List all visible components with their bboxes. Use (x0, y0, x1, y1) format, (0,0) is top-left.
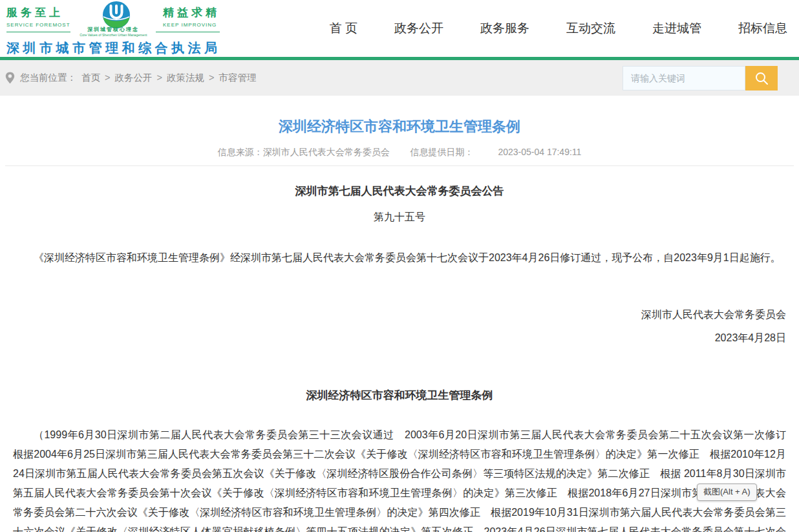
slogan-right: 精益求精 KEEP IMPROVING (163, 0, 220, 28)
breadcrumb: 您当前位置： 首页>政务公开>政策法规>市容管理> (5, 72, 256, 84)
breadcrumb-item: 政策法规> (167, 72, 218, 84)
search-icon (754, 71, 769, 85)
slogan-right-en: KEEP IMPROVING (163, 22, 220, 28)
breadcrumb-item: 市容管理> (218, 72, 256, 84)
breadcrumb-separator: > (209, 72, 214, 83)
site-brand: 服务至上 SERVICE FOREMOST 精益求精 KEEP IMPROVIN… (6, 0, 220, 57)
announcement-paragraph: 《深圳经济特区市容和环境卫生管理条例》经深圳市第七届人民代表大会常务委员会第十七… (13, 248, 786, 268)
breadcrumb-prefix: 您当前位置： (20, 72, 76, 84)
breadcrumb-separator: > (105, 72, 110, 83)
nav-item[interactable]: 走进城管 (652, 20, 701, 37)
nav-item[interactable]: 政务公开 (394, 20, 443, 37)
breadcrumb-bar: 您当前位置： 首页>政务公开>政策法规>市容管理> (0, 60, 799, 96)
breadcrumb-link[interactable]: 政策法规 (167, 72, 204, 83)
slogan-left-cn: 服务至上 (6, 5, 70, 20)
screenshot-tooltip: 截图(Alt + A) (697, 484, 757, 501)
nav-item[interactable]: 互动交流 (566, 20, 615, 37)
revision-history-paragraph: （1999年6月30日深圳市第二届人民代表大会常务委员会第三十三次会议通过 20… (13, 425, 786, 532)
nav-item[interactable]: 政务服务 (480, 20, 529, 37)
main-nav: 首 页政务公开政务服务互动交流走进城管招标信息 (330, 20, 790, 37)
search-input[interactable] (623, 66, 745, 90)
nav-item[interactable]: 招标信息 (738, 20, 787, 37)
source-value: 深圳市人民代表大会常务委员会 (263, 147, 390, 157)
meta-divider (5, 165, 794, 166)
article-meta: 信息来源：深圳市人民代表大会常务委员会 信息提供日期： 2023-05-04 1… (13, 147, 786, 158)
slogan-left-en: SERVICE FOREMOST (6, 22, 70, 28)
signature-org: 深圳市人民代表大会常务委员会 (13, 308, 786, 322)
breadcrumb-link[interactable]: 政务公开 (114, 72, 152, 83)
page: 服务至上 SERVICE FOREMOST 精益求精 KEEP IMPROVIN… (0, 0, 799, 532)
announcement-number: 第九十五号 (13, 211, 786, 224)
signature-date: 2023年4月28日 (13, 332, 786, 345)
org-name: 深圳市城市管理和综合执法局 (6, 39, 220, 57)
breadcrumb-link[interactable]: 市容管理 (218, 72, 256, 83)
date-label: 信息提供日期： (410, 147, 474, 157)
source-label: 信息来源： (218, 147, 263, 157)
breadcrumb-item: 首页> (81, 72, 114, 84)
announcement-title: 深圳市第七届人民代表大会常务委员会公告 (13, 184, 786, 198)
location-pin-icon (5, 72, 15, 84)
document-title: 深圳经济特区市容和环境卫生管理条例 (13, 388, 786, 403)
search-box (623, 66, 778, 90)
brand-caption: 深圳城管核心理念 Core Values of Shenzhen Urban M… (6, 27, 220, 37)
caption-text: 深圳城管核心理念 Core Values of Shenzhen Urban M… (70, 27, 156, 37)
breadcrumb-items: 首页>政务公开>政策法规>市容管理> (81, 72, 256, 84)
breadcrumb-separator: > (156, 72, 162, 83)
slogan-left: 服务至上 SERVICE FOREMOST (6, 0, 70, 28)
caption-rule-right (156, 32, 220, 32)
caption-cn: 深圳城管核心理念 (74, 27, 153, 33)
nav-item[interactable]: 首 页 (330, 20, 357, 37)
article: 深圳经济特区市容和环境卫生管理条例 信息来源：深圳市人民代表大会常务委员会 信息… (0, 117, 799, 532)
site-header: 服务至上 SERVICE FOREMOST 精益求精 KEEP IMPROVIN… (0, 0, 799, 57)
breadcrumb-link[interactable]: 首页 (81, 72, 100, 83)
page-title: 深圳经济特区市容和环境卫生管理条例 (13, 117, 786, 136)
caption-en: Core Values of Shenzhen Urban Management (80, 33, 147, 37)
search-button[interactable] (745, 66, 778, 90)
date-value: 2023-05-04 17:49:11 (498, 147, 581, 157)
slogan-right-cn: 精益求精 (163, 5, 220, 20)
breadcrumb-item: 政务公开> (114, 72, 166, 84)
caption-rule-left (6, 32, 70, 32)
